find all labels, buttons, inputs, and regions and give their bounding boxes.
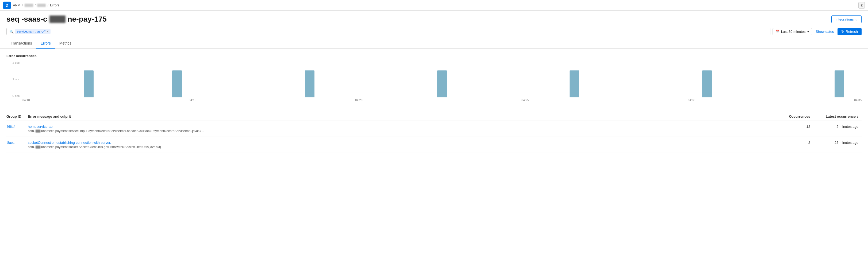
chart-bar-group [685, 61, 729, 97]
th-message: Error message and culprit [28, 112, 776, 121]
integrations-button[interactable]: Integrations ⌄ [831, 15, 862, 23]
tag-separator: : [35, 30, 36, 33]
breadcrumb-current: Errors [50, 3, 59, 7]
cell-group-id: f8aea [6, 137, 28, 153]
refresh-button[interactable]: ↻ Refresh [838, 28, 862, 35]
y-label-0: 0 occ. [12, 94, 20, 97]
th-occurrences: Occurrences [776, 112, 813, 121]
y-label-1: 1 occ. [12, 78, 20, 81]
cell-latest: 25 minutes ago [813, 137, 862, 153]
search-bar[interactable]: 🔍 service.nam : as-c-* ✕ [6, 28, 770, 35]
culprit-blur [36, 130, 40, 133]
tag-key: service.nam [17, 30, 34, 33]
errors-table: Group ID Error message and culprit Occur… [6, 112, 862, 153]
breadcrumb-blur-2 [37, 4, 46, 7]
chart-bar [702, 70, 712, 97]
calendar-icon: 📅 [775, 30, 779, 33]
chart-x-axis: 04:10 04:15 04:20 04:25 04:30 04:35 [23, 99, 862, 104]
chart-section: Error occurrences 2 occ. 1 occ. 0 occ. 0… [6, 54, 862, 104]
error-service-link[interactable]: socketConnection establishing connection… [28, 141, 773, 145]
error-culprit: com.uhomecp.payment.service.impl.Payment… [28, 129, 773, 133]
chart-container: 2 occ. 1 occ. 0 occ. 04:10 04:15 04:20 0… [6, 61, 862, 104]
chart-plot-area [23, 61, 862, 97]
group-id-link[interactable]: f8aea [6, 141, 14, 145]
cell-latest: 2 minutes ago [813, 121, 862, 137]
cell-occurrences: 2 [776, 137, 813, 153]
th-group-id: Group ID [6, 112, 28, 121]
filter-bar: 🔍 service.nam : as-c-* ✕ 📅 Last 30 minut… [0, 26, 868, 37]
chart-bar-group [817, 61, 862, 97]
x-label-3: 04:25 [522, 99, 529, 104]
time-filter: 📅 Last 30 minutes ▾ Show dates ↻ Refresh [773, 28, 862, 35]
main-content: Error occurrences 2 occ. 1 occ. 0 occ. 0… [0, 48, 868, 158]
chart-y-axis: 2 occ. 1 occ. 0 occ. [6, 61, 23, 97]
error-service-link[interactable]: homeservice-api [28, 124, 773, 129]
table-row: f8aeasocketConnection establishing conne… [6, 137, 862, 153]
cell-message: homeservice-apicom.uhomecp.payment.servi… [28, 121, 776, 137]
chart-bar-group [67, 61, 111, 97]
chart-bar-group [773, 61, 817, 97]
culprit-blur [36, 146, 40, 149]
th-latest[interactable]: Latest occurrence ↓ [813, 112, 862, 121]
show-dates-button[interactable]: Show dates [814, 28, 836, 35]
page-title: seq -saas-c ne-pay-175 [6, 15, 107, 24]
chart-bar-group [508, 61, 553, 97]
nav-logo: D [3, 2, 11, 9]
y-label-2: 2 occ. [12, 61, 20, 64]
search-icon: 🔍 [9, 30, 13, 34]
table-row: 466a4homeservice-apicom.uhomecp.payment.… [6, 121, 862, 137]
tab-transactions[interactable]: Transactions [6, 38, 36, 48]
chart-bar-group [376, 61, 420, 97]
cell-group-id: 466a4 [6, 121, 28, 137]
chevron-down-icon: ▾ [807, 30, 809, 34]
tabs: Transactions Errors Metrics [0, 38, 868, 48]
page-header: seq -saas-c ne-pay-175 Integrations ⌄ [0, 11, 868, 26]
chart-bar-group [332, 61, 376, 97]
tag-value: as-c-* [37, 30, 45, 33]
chart-bar-group [553, 61, 597, 97]
top-nav: D APM / / / Errors ◧ [0, 0, 868, 11]
chart-bar [569, 70, 579, 97]
chart-bar [835, 70, 844, 97]
chart-bar-group [420, 61, 464, 97]
cell-occurrences: 12 [776, 121, 813, 137]
tag-close-icon[interactable]: ✕ [46, 30, 49, 33]
chart-bar [305, 70, 314, 97]
chart-bar [437, 70, 447, 97]
breadcrumb-blur-1 [25, 4, 33, 7]
title-prefix: seq -saas-c [6, 15, 47, 24]
breadcrumb: APM / / / Errors [13, 3, 59, 7]
chart-bar-group [729, 61, 773, 97]
x-label-4: 04:30 [688, 99, 695, 104]
chart-bar-group [597, 61, 641, 97]
x-label-5: 04:35 [854, 99, 862, 104]
tab-metrics[interactable]: Metrics [55, 38, 76, 48]
chart-bar [84, 70, 94, 97]
x-label-0: 04:10 [23, 99, 30, 104]
refresh-icon: ↻ [841, 30, 844, 34]
group-id-link[interactable]: 466a4 [6, 125, 15, 129]
cell-message: socketConnection establishing connection… [28, 137, 776, 153]
chart-bar-group [464, 61, 508, 97]
x-label-1: 04:15 [189, 99, 196, 104]
breadcrumb-apm: APM [13, 3, 20, 7]
title-suffix: ne-pay-175 [68, 15, 107, 24]
chart-bar-group [23, 61, 67, 97]
tab-errors[interactable]: Errors [36, 38, 55, 48]
title-blur [50, 15, 65, 23]
error-culprit: com.uhomecp.payment.socket.SocketClientU… [28, 145, 773, 149]
chart-bar-group [641, 61, 685, 97]
time-range-button[interactable]: 📅 Last 30 minutes ▾ [773, 28, 812, 35]
filter-tag: service.nam : as-c-* ✕ [15, 29, 51, 34]
chart-bar-group [199, 61, 243, 97]
collapse-button[interactable]: ◧ [858, 2, 865, 8]
chart-bar-group [155, 61, 199, 97]
x-label-2: 04:20 [355, 99, 363, 104]
chart-bar [172, 70, 182, 97]
chart-bar-group [111, 61, 155, 97]
chart-title: Error occurrences [6, 54, 862, 58]
chart-bar-group [243, 61, 287, 97]
chart-bar-group [287, 61, 332, 97]
